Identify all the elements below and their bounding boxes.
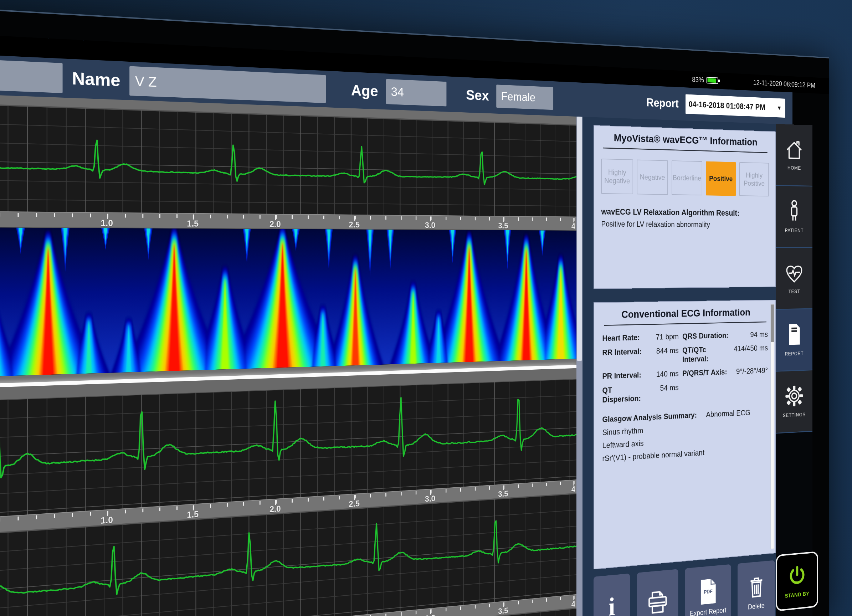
ruler-tick: [385, 493, 387, 497]
ruler-tick: [243, 215, 244, 219]
ruler-tick: [401, 216, 402, 220]
ruler-tick: [260, 501, 261, 504]
age-field[interactable]: 34: [386, 79, 446, 107]
ruler-tick: [385, 613, 387, 616]
measurement-label: QT/QTc Interval:: [682, 344, 730, 364]
classification-positive[interactable]: Positive: [706, 162, 736, 196]
sidebar-item-settings[interactable]: SETTINGS: [776, 370, 813, 433]
ruler-tick: [446, 217, 447, 220]
divider: [603, 148, 767, 153]
measurement-label: QRS Duration:: [682, 331, 730, 341]
classification-highly-negative[interactable]: Highly Negative: [601, 159, 633, 194]
measurement-label: P/QRS/T Axis:: [682, 367, 730, 378]
ruler-tick: [339, 496, 340, 500]
sex-field[interactable]: Female: [497, 85, 554, 110]
ruler-label: 4: [571, 599, 576, 609]
ruler-tick: [177, 214, 178, 218]
conventional-ecg-panel: Conventional ECG Information Heart Rate:…: [594, 300, 776, 570]
ruler-tick: [292, 215, 293, 219]
classification-highly-positive[interactable]: Highly Positive: [739, 162, 769, 196]
sidebar-item-label: PATIENT: [785, 228, 804, 234]
ruler-tick: [415, 216, 417, 220]
algorithm-result-label: wavECG LV Relaxation Algorithm Result:: [601, 207, 769, 218]
ruler-tick: [401, 492, 402, 495]
print-button[interactable]: [637, 569, 678, 616]
info-button[interactable]: i: [594, 574, 630, 616]
standby-button[interactable]: STAND BY: [776, 551, 818, 611]
printer-icon: [645, 587, 670, 616]
ruler-tick: [460, 606, 461, 610]
ruler-tick: [475, 605, 476, 608]
battery-percent: 83%: [692, 75, 704, 84]
wavelet-heatmap: [0, 228, 576, 377]
sidebar-item-report[interactable]: REPORT: [776, 309, 813, 372]
ruler-tick: [415, 491, 417, 494]
ruler-label: 2.5: [349, 499, 360, 509]
device-screen: 83% 12-11-2020 08:09:12 PM Name V Z Age …: [0, 8, 829, 616]
ruler-tick: [460, 488, 461, 492]
classification-borderline[interactable]: Borderline: [672, 160, 702, 195]
patient-id-field[interactable]: [0, 59, 63, 93]
sidebar-item-label: HOME: [787, 165, 801, 171]
ruler-label: 4: [571, 222, 576, 231]
ruler-tick: [401, 612, 402, 616]
ruler-tick: [370, 216, 371, 220]
sidebar-item-label: REPORT: [785, 351, 804, 357]
measurement-value: 140 ms: [653, 369, 678, 379]
sidebar-item-test[interactable]: TEST: [776, 248, 813, 310]
ruler-tick: [292, 499, 293, 503]
ruler-tick: [475, 217, 476, 220]
sidebar-item-label: SETTINGS: [783, 412, 806, 418]
ruler-tick: [90, 512, 91, 516]
measurement-value: 9°/-28°/49°: [734, 366, 768, 376]
measurement-label: [682, 388, 730, 390]
battery-indicator: 83%: [692, 75, 720, 85]
ruler-tick: [475, 487, 476, 491]
wavecg-info-panel: MyoVista® wavECG™ Information Highly Neg…: [594, 125, 776, 289]
ruler-label: 1.0: [101, 218, 113, 228]
ruler-tick: [323, 216, 325, 219]
report-select-value: 04-16-2018 01:08:47 PM: [689, 100, 765, 112]
ruler-label: 2.5: [349, 220, 360, 229]
name-field[interactable]: V Z: [129, 66, 326, 103]
ruler-label: 3.5: [498, 606, 508, 616]
standby-label: STAND BY: [785, 590, 809, 599]
delete-button[interactable]: Delete: [737, 560, 775, 616]
export-report-button[interactable]: PDF Export Report: [685, 564, 731, 616]
settings-icon: [785, 384, 804, 409]
ruler-tick: [370, 494, 371, 497]
ruler-label: 3.0: [425, 613, 435, 616]
sidebar-item-label: TEST: [789, 289, 800, 294]
ruler-label: 3.0: [425, 220, 435, 230]
ruler-tick: [385, 216, 387, 220]
ruler-tick: [177, 506, 178, 510]
sidebar-item-home[interactable]: HOME: [776, 124, 813, 187]
measurement-value: [734, 387, 768, 388]
ruler-tick: [210, 504, 211, 508]
ruler-tick: [415, 611, 417, 614]
ruler-label: 3.0: [425, 494, 435, 504]
ruler-tick: [125, 510, 126, 514]
system-datetime: 12-11-2020 08:09:12 PM: [753, 79, 815, 89]
classification-buttons: Highly NegativeNegativeBorderlinePositiv…: [601, 159, 769, 196]
sex-label: Sex: [466, 87, 489, 104]
ruler-tick: [243, 502, 244, 506]
ecg-scrollbar-thumb[interactable]: [577, 116, 582, 361]
panel-scrollbar-thumb[interactable]: [771, 305, 773, 342]
ruler-tick: [227, 503, 228, 507]
ruler-tick: [125, 214, 126, 218]
ecg-display-area: 1.01.52.02.53.03.54 1.01.52.02.53.03.54 …: [0, 94, 576, 616]
ecg-scrollbar[interactable]: [576, 116, 583, 616]
info-icon: i: [609, 594, 615, 616]
ruler-tick: [546, 483, 547, 486]
chevron-down-icon: ▼: [777, 104, 782, 111]
sidebar-item-patient[interactable]: PATIENT: [776, 186, 813, 248]
age-label: Age: [351, 81, 378, 100]
report-select[interactable]: 04-16-2018 01:08:47 PM ▼: [686, 94, 786, 118]
panel-scrollbar[interactable]: [771, 305, 774, 550]
classification-negative[interactable]: Negative: [637, 160, 668, 195]
report-label: Report: [646, 96, 679, 110]
power-icon: [787, 563, 807, 589]
ruler-tick: [0, 213, 0, 217]
ruler-label: 2.0: [269, 504, 281, 515]
